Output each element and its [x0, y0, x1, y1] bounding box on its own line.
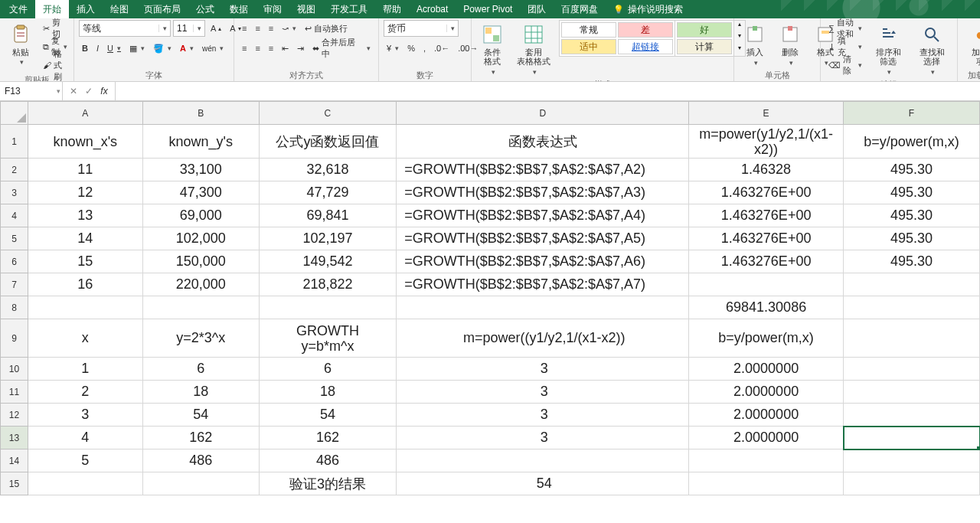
- insert-cells-button[interactable]: 插入: [739, 20, 771, 69]
- cell-A3[interactable]: 12: [28, 181, 142, 204]
- orientation-button[interactable]: ⤻: [279, 20, 299, 37]
- style-normal[interactable]: 常规: [561, 22, 616, 38]
- row-header-10[interactable]: 10: [1, 358, 28, 381]
- phonetic-button[interactable]: wén: [199, 40, 227, 57]
- ribbon-tab-11[interactable]: Acrobat: [409, 0, 456, 18]
- row-header-13[interactable]: 13: [1, 427, 28, 449]
- chevron-down-icon[interactable]: ▾: [446, 25, 458, 32]
- cell-E2[interactable]: 1.46328: [689, 159, 844, 181]
- ribbon-tab-1[interactable]: 开始: [35, 0, 69, 18]
- cell-A5[interactable]: 14: [28, 227, 142, 250]
- cell-A4[interactable]: 13: [28, 204, 142, 227]
- indent-decrease-button[interactable]: ⇤: [279, 40, 292, 57]
- cell-D5[interactable]: =GROWTH($B$2:$B$7,$A$2:$A$7,A5): [397, 227, 689, 250]
- ribbon-tab-10[interactable]: 帮助: [375, 0, 409, 18]
- ribbon-tab-8[interactable]: 视图: [289, 0, 323, 18]
- row-header-2[interactable]: 2: [1, 159, 28, 181]
- comma-button[interactable]: ,: [420, 40, 429, 57]
- cell-D14[interactable]: [397, 449, 689, 472]
- delete-cells-button[interactable]: 删除: [774, 20, 806, 69]
- cell-B11[interactable]: 18: [142, 381, 259, 404]
- bold-button[interactable]: B: [79, 40, 91, 57]
- cell-D3[interactable]: =GROWTH($B$2:$B$7,$A$2:$A$7,A3): [397, 181, 689, 204]
- cell-F14[interactable]: [844, 449, 980, 472]
- row-header-4[interactable]: 4: [1, 204, 28, 227]
- cell-E13[interactable]: 2.0000000: [689, 427, 844, 449]
- align-center-button[interactable]: ≡: [252, 40, 263, 57]
- cell-D2[interactable]: =GROWTH($B$2:$B$7,$A$2:$A$7,A2): [397, 159, 689, 181]
- cell-B5[interactable]: 102,000: [142, 227, 259, 250]
- cell-E5[interactable]: 1.463276E+00: [689, 227, 844, 250]
- cell-C7[interactable]: 218,822: [259, 273, 397, 296]
- ribbon-tab-0[interactable]: 文件: [2, 0, 35, 18]
- row-header-11[interactable]: 11: [1, 381, 28, 404]
- row-header-12[interactable]: 12: [1, 404, 28, 427]
- col-header-F[interactable]: F: [844, 102, 980, 125]
- ribbon-tab-7[interactable]: 审阅: [256, 0, 289, 18]
- cell-B9[interactable]: y=2*3^x: [142, 319, 259, 358]
- cell-A1[interactable]: known_x's: [28, 125, 142, 159]
- borders-button[interactable]: ▦: [126, 40, 148, 57]
- merge-center-button[interactable]: ⬌ 合并后居中: [309, 40, 374, 57]
- col-header-B[interactable]: B: [142, 102, 259, 125]
- cell-B7[interactable]: 220,000: [142, 273, 259, 296]
- align-middle-button[interactable]: ≡: [252, 20, 263, 37]
- ribbon-tab-5[interactable]: 公式: [188, 0, 222, 18]
- ribbon-tab-2[interactable]: 插入: [69, 0, 103, 18]
- cell-B14[interactable]: 486: [142, 449, 259, 472]
- cell-D15[interactable]: 54: [397, 472, 689, 495]
- col-header-C[interactable]: C: [259, 102, 397, 125]
- cell-F5[interactable]: 495.30: [844, 227, 980, 250]
- cell-D11[interactable]: 3: [397, 381, 689, 404]
- cell-C1[interactable]: 公式y函数返回值: [259, 125, 397, 159]
- cell-B8[interactable]: [142, 296, 259, 319]
- tell-me-search[interactable]: 💡 操作说明搜索: [606, 0, 691, 18]
- ribbon-tab-6[interactable]: 数据: [222, 0, 256, 18]
- fill-button[interactable]: ⤓填充: [825, 38, 865, 55]
- cell-D9[interactable]: m=power((y1/y2,1/(x1-x2)): [397, 319, 689, 358]
- ribbon-tab-12[interactable]: Power Pivot: [456, 0, 520, 18]
- cell-D1[interactable]: 函数表达式: [397, 125, 689, 159]
- align-top-button[interactable]: ≡: [239, 20, 250, 37]
- cell-F11[interactable]: [844, 381, 980, 404]
- font-name-combo[interactable]: 等线 ▾: [79, 20, 171, 37]
- cell-E10[interactable]: 2.0000000: [689, 358, 844, 381]
- cell-B15[interactable]: [142, 472, 259, 495]
- indent-increase-button[interactable]: ⇥: [294, 40, 307, 57]
- cell-B6[interactable]: 150,000: [142, 250, 259, 273]
- cell-F13[interactable]: [844, 427, 980, 449]
- font-color-button[interactable]: A: [177, 40, 197, 57]
- ribbon-tab-9[interactable]: 开发工具: [323, 0, 375, 18]
- cell-F4[interactable]: 495.30: [844, 204, 980, 227]
- cell-B3[interactable]: 47,300: [142, 181, 259, 204]
- chevron-down-icon[interactable]: ▾: [193, 25, 204, 32]
- cell-F8[interactable]: [844, 296, 980, 319]
- cell-C12[interactable]: 54: [259, 404, 397, 427]
- cell-C14[interactable]: 486: [259, 449, 397, 472]
- cell-F9[interactable]: [844, 319, 980, 358]
- cell-B13[interactable]: 162: [142, 427, 259, 449]
- style-neutral[interactable]: 适中: [561, 39, 616, 54]
- cell-C15[interactable]: 验证3的结果: [259, 472, 397, 495]
- wrap-text-button[interactable]: ↩ 自动换行: [302, 20, 351, 37]
- find-select-button[interactable]: 查找和选择: [912, 20, 952, 78]
- cell-F15[interactable]: [844, 472, 980, 495]
- row-header-8[interactable]: 8: [1, 296, 28, 319]
- cell-A13[interactable]: 4: [28, 427, 142, 449]
- cell-F2[interactable]: 495.30: [844, 159, 980, 181]
- cell-C9[interactable]: GROWTH y=b*m^x: [259, 319, 397, 358]
- style-bad[interactable]: 差: [618, 22, 673, 38]
- cell-C13[interactable]: 162: [259, 427, 397, 449]
- cell-styles-gallery-2[interactable]: 好 计算: [675, 20, 734, 57]
- cell-A10[interactable]: 1: [28, 358, 142, 381]
- increase-decimal-button[interactable]: .0←: [431, 40, 452, 57]
- cell-E8[interactable]: 69841.30086: [689, 296, 844, 319]
- cell-E15[interactable]: [689, 472, 844, 495]
- formula-input[interactable]: [116, 82, 980, 100]
- cell-B4[interactable]: 69,000: [142, 204, 259, 227]
- cell-F3[interactable]: 495.30: [844, 181, 980, 204]
- cell-B12[interactable]: 54: [142, 404, 259, 427]
- row-header-14[interactable]: 14: [1, 449, 28, 472]
- cell-A2[interactable]: 11: [28, 159, 142, 181]
- cell-A12[interactable]: 3: [28, 404, 142, 427]
